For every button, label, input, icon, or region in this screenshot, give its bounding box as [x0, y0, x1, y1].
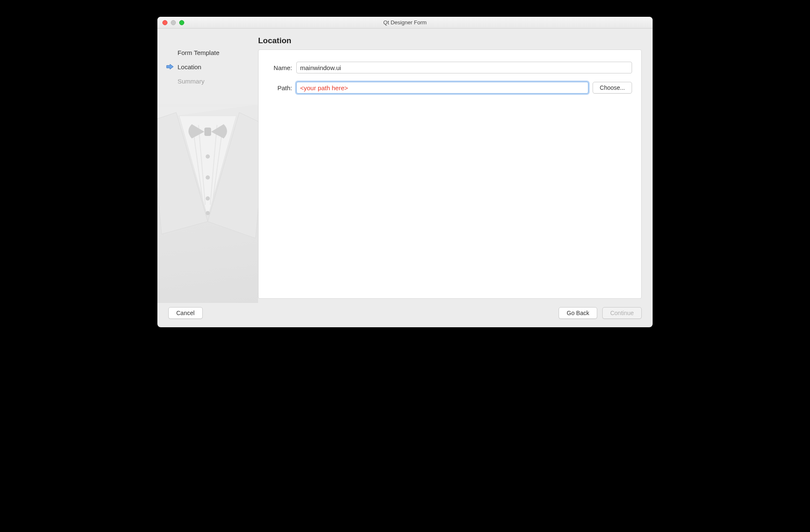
right-buttons: Go Back Continue [559, 307, 642, 319]
traffic-lights [157, 20, 184, 25]
path-field[interactable] [296, 82, 588, 94]
path-row: Path: Choose... [268, 82, 632, 94]
step-location: Location [166, 60, 258, 74]
svg-point-9 [206, 211, 210, 215]
zoom-icon[interactable] [179, 20, 184, 25]
svg-line-1 [193, 129, 203, 201]
wizard-button-bar: Cancel Go Back Continue [157, 303, 653, 327]
name-label: Name: [268, 64, 292, 71]
close-icon[interactable] [162, 20, 167, 25]
svg-rect-0 [157, 104, 258, 303]
svg-line-3 [210, 125, 217, 205]
wizard-main: Location Name: Path: Choose... [258, 29, 653, 303]
name-field[interactable] [296, 62, 632, 73]
page-title: Location [258, 36, 642, 45]
step-summary: Summary [166, 74, 258, 88]
wizard-steps: Form Template Location Summary [157, 45, 258, 88]
wizard-window: Qt Designer Form [157, 17, 653, 327]
choose-button[interactable]: Choose... [593, 82, 632, 94]
titlebar[interactable]: Qt Designer Form [157, 17, 653, 29]
wizard-sidebar: Form Template Location Summary [157, 29, 258, 303]
step-label: Summary [178, 78, 204, 85]
minimize-icon [171, 20, 176, 25]
step-label: Location [178, 63, 201, 70]
svg-rect-5 [204, 128, 211, 136]
window-title: Qt Designer Form [157, 19, 653, 26]
go-back-button[interactable]: Go Back [559, 307, 597, 319]
step-form-template: Form Template [166, 45, 258, 60]
cancel-button[interactable]: Cancel [168, 307, 203, 319]
step-label: Form Template [178, 49, 219, 56]
svg-point-7 [206, 175, 210, 180]
svg-line-2 [199, 125, 205, 205]
svg-point-6 [206, 154, 210, 159]
tuxedo-image [157, 91, 258, 303]
wizard-body: Form Template Location Summary [157, 29, 653, 327]
top-area: Form Template Location Summary [157, 29, 653, 303]
svg-point-8 [206, 196, 210, 201]
content-panel: Name: Path: Choose... [258, 50, 642, 299]
svg-line-4 [213, 129, 222, 201]
path-label: Path: [268, 84, 292, 91]
arrow-right-icon [166, 64, 174, 70]
continue-button: Continue [602, 307, 642, 319]
name-row: Name: [268, 62, 632, 73]
